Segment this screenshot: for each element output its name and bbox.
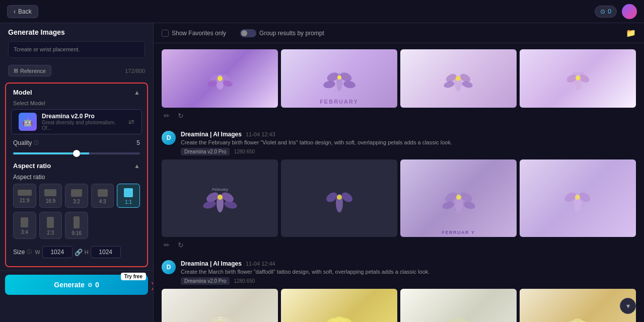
chevron-up-icon[interactable]: ▲ [134, 89, 140, 96]
svg-point-10 [342, 80, 355, 89]
aspect-btn-1-1[interactable]: 1:1 [117, 184, 140, 208]
aspect-icon-4-3 [98, 189, 108, 197]
credit-badge: ⊙ 0 [595, 6, 617, 18]
aspect-label-21-9: 21:9 [20, 198, 29, 203]
february-text-overlay: FEBRUAR Y [442, 230, 475, 235]
aspect-ratio-section-title: Aspect ratio [13, 162, 51, 170]
credit-icon: ⊙ [600, 8, 605, 15]
aspect-btn-3-4[interactable]: 3:4 [13, 212, 36, 239]
quality-info-icon: ⓘ [34, 139, 39, 146]
reference-label: Reference [20, 68, 46, 74]
aspect-icon-16-9 [44, 189, 56, 196]
model-name: Dreamina v2.0 Pro [42, 113, 123, 120]
feed-image-2-2[interactable] [400, 289, 517, 322]
feed-author-2: Dreamina | AI Images [181, 260, 242, 267]
reference-icon: ⊞ [14, 67, 18, 74]
right-toolbar: Show Favorites only Group results by pro… [154, 23, 644, 43]
model-switch-icon[interactable]: ⇄ [128, 118, 134, 126]
width-input[interactable] [42, 246, 73, 258]
aspect-ratio-section-header: Aspect ratio ▲ [6, 160, 147, 172]
svg-point-61 [454, 317, 464, 322]
aspect-label-4-3: 4:3 [99, 199, 106, 204]
feed-image-0-1[interactable]: FEBRUARY [281, 49, 397, 108]
feed-meta-2: D Dreamina | AI Images 11-04 12:44 Creat… [162, 260, 636, 285]
scroll-down-button[interactable]: ▾ [620, 298, 636, 314]
edit-action-btn-1[interactable]: ✏ [162, 240, 172, 250]
svg-point-5 [218, 76, 223, 81]
folder-icon[interactable]: 📁 [626, 28, 636, 38]
char-count: 172/800 [125, 68, 145, 74]
aspect-btn-9-16[interactable]: 9:16 [65, 212, 88, 239]
right-panel: Show Favorites only Group results by pro… [154, 23, 644, 322]
feed-image-1-0[interactable]: February [162, 159, 278, 237]
group-results-label: Group results by prompt [259, 30, 324, 37]
topbar: ‹ Back ⊙ 0 [0, 0, 644, 23]
feed-author-row-2: Dreamina | AI Images 11-04 12:44 [181, 260, 636, 267]
svg-point-11 [337, 75, 341, 79]
generate-credits-count: 0 [95, 281, 99, 289]
feed-entry-1: D Dreamina | AI Images 11-04 12:43 Creat… [162, 131, 636, 250]
quality-row: Quality ⓘ 5 [6, 134, 147, 148]
favorites-checkbox[interactable] [162, 30, 169, 37]
edit-action-btn-0[interactable]: ✏ [162, 111, 172, 121]
feed-prompt-1: Create the February birth flower "Violet… [181, 139, 636, 146]
quality-label: Quality ⓘ [13, 139, 39, 146]
svg-point-9 [322, 80, 335, 89]
feed-scroll[interactable]: FEBRUARY Tattoo ✏ [154, 43, 644, 322]
group-results-toggle[interactable] [240, 29, 256, 37]
credit-count: 0 [608, 8, 611, 15]
aspect-grid-row2: 3:4 2:3 9:16 [6, 212, 147, 243]
feed-image-1-2[interactable]: FEBRUAR Y [400, 159, 517, 237]
generate-credits-icon: ⊙ [88, 282, 92, 288]
prompt-preview[interactable]: Tcreate or wrist placement. [8, 41, 145, 58]
model-row[interactable]: 🤖 Dreamina v2.0 Pro Great diversity and … [11, 109, 142, 134]
aspect-label-1-1: 1:1 [125, 199, 132, 205]
feed-image-0-3[interactable]: Tattoo [520, 49, 636, 108]
feed-images-1: February FEBRUAR Y [162, 159, 636, 237]
feed-image-1-3[interactable] [520, 159, 636, 237]
feed-image-0-2[interactable] [400, 49, 517, 108]
prompt-area: Tcreate or wrist placement. [0, 41, 153, 62]
svg-point-22 [576, 75, 581, 80]
feed-actions-1: ✏ ↻ [162, 240, 636, 250]
feed-image-1-1[interactable] [281, 159, 397, 237]
aspect-btn-2-3[interactable]: 2:3 [39, 212, 62, 239]
refresh-action-btn-0[interactable]: ↻ [176, 111, 186, 121]
model-section-title: Model [13, 89, 32, 96]
feed-image-0-0[interactable] [162, 49, 278, 108]
select-model-label: Select Model [6, 99, 147, 109]
width-label: W [35, 249, 40, 255]
aspect-btn-4-3[interactable]: 4:3 [91, 184, 114, 208]
aspect-icon-2-3 [47, 217, 54, 228]
svg-point-27 [223, 200, 237, 210]
refresh-action-btn-1[interactable]: ↻ [176, 240, 186, 250]
aspect-btn-21-9[interactable]: 21:9 [13, 184, 36, 208]
aspect-icon-1-1 [124, 188, 133, 197]
reference-button[interactable]: ⊞ Reference [8, 65, 51, 76]
aspect-chevron-up-icon[interactable]: ▲ [134, 163, 140, 170]
svg-point-68 [573, 318, 583, 322]
aspect-ratio-label: Aspect ratio [6, 172, 147, 184]
favorites-label: Show Favorites only [172, 30, 226, 37]
svg-point-17 [456, 76, 461, 81]
back-button[interactable]: ‹ Back [7, 5, 38, 18]
main-layout: Generate Images Tcreate or wrist placeme… [0, 23, 644, 322]
feed-image-2-0[interactable]: Narcissus [162, 289, 278, 322]
svg-point-43 [575, 195, 580, 200]
model-section-header: Model ▲ [6, 84, 147, 99]
aspect-btn-16-9[interactable]: 16:9 [39, 184, 62, 208]
height-input[interactable] [91, 246, 121, 258]
arrow-indicator: ➤ [150, 278, 154, 294]
feed-time-2: 11-04 12:44 [246, 261, 275, 267]
avatar[interactable] [622, 4, 637, 19]
size-label: Size ⓘ [13, 249, 32, 256]
favorites-checkbox-group: Show Favorites only [162, 30, 226, 37]
feed-image-2-3[interactable]: March [520, 289, 636, 322]
svg-point-37 [441, 200, 455, 210]
try-free-badge: Try free [121, 273, 146, 280]
link-icon[interactable]: 🔗 [75, 249, 83, 256]
quality-slider[interactable] [13, 152, 140, 154]
feed-image-2-1[interactable] [281, 289, 397, 322]
feed-model-badge-1: Dreamina v2.0 Pro [181, 148, 230, 155]
aspect-btn-3-2[interactable]: 3:2 [65, 184, 88, 208]
